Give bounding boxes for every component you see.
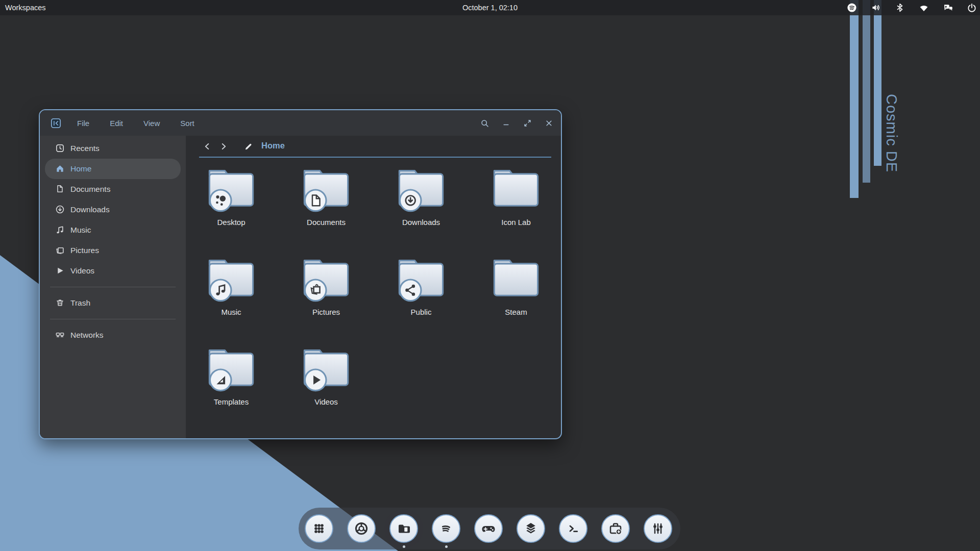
- back-button[interactable]: [201, 140, 213, 153]
- clock[interactable]: October 1, 02:10: [0, 0, 980, 15]
- sidebar-item-label: Trash: [70, 298, 90, 308]
- games-icon: [474, 514, 503, 543]
- folder-label: Desktop: [217, 218, 245, 227]
- menu-view[interactable]: View: [143, 119, 160, 128]
- top-panel: Workspaces October 1, 02:10: [0, 0, 980, 15]
- folder-downloads[interactable]: Downloads: [385, 165, 457, 247]
- sidebar-item-recents[interactable]: Recents: [45, 138, 181, 159]
- wallpaper-stripe: [850, 0, 859, 198]
- sidebar-item-videos[interactable]: Videos: [45, 261, 181, 281]
- sidebar-item-label: Recents: [70, 144, 100, 153]
- sidebar-item-trash[interactable]: Trash: [45, 293, 181, 313]
- folder-documents[interactable]: Documents: [290, 165, 362, 247]
- folder-icon: [205, 345, 258, 395]
- dock-item-spotify[interactable]: [432, 514, 460, 543]
- sidebar-item-label: Networks: [70, 331, 104, 340]
- folder-label: Music: [221, 308, 241, 316]
- chromium-icon: [347, 514, 376, 543]
- breadcrumb[interactable]: Home: [261, 141, 285, 151]
- files-app-icon: [50, 117, 62, 129]
- folder-icon: [395, 255, 448, 305]
- home-icon: [55, 164, 65, 174]
- sidebar-item-pictures[interactable]: Pictures: [45, 240, 181, 261]
- wallpaper-stripe: [874, 0, 881, 166]
- maximize-button[interactable]: [521, 117, 533, 129]
- terminal-icon: [559, 514, 587, 543]
- sidebar-item-music[interactable]: Music: [45, 220, 181, 240]
- dock-item-chromium[interactable]: [347, 514, 376, 543]
- sidebar-item-label: Videos: [70, 266, 94, 276]
- folder-music[interactable]: Music: [195, 255, 267, 337]
- folder-templates[interactable]: Templates: [195, 345, 267, 427]
- trash-icon: [55, 298, 65, 308]
- sidebar-item-downloads[interactable]: Downloads: [45, 199, 181, 220]
- sidebar-item-label: Downloads: [70, 205, 110, 214]
- document-icon: [55, 184, 65, 194]
- sidebar-item-label: Documents: [70, 185, 110, 194]
- power-icon[interactable]: [966, 2, 978, 14]
- notifications-icon[interactable]: [942, 2, 954, 14]
- download-icon: [55, 205, 65, 215]
- folder-pictures[interactable]: Pictures: [290, 255, 362, 337]
- wallpaper-stripe: [863, 0, 870, 183]
- videos-icon: [55, 266, 65, 276]
- folder-icon: [300, 345, 353, 395]
- sidebar-item-documents[interactable]: Documents: [45, 179, 181, 199]
- folder-label: Downloads: [402, 218, 440, 227]
- dock-item-store[interactable]: [601, 514, 630, 543]
- sidebar-item-networks[interactable]: Networks: [45, 325, 181, 345]
- settings-icon: [644, 514, 672, 543]
- bluetooth-icon[interactable]: [894, 2, 906, 14]
- dock-item-layers[interactable]: [517, 514, 545, 543]
- app-launcher-icon: [305, 514, 333, 543]
- wifi-icon[interactable]: [918, 2, 930, 14]
- spotify-icon[interactable]: [846, 2, 858, 14]
- dock-item-app-launcher[interactable]: [305, 514, 333, 543]
- sidebar-divider: [50, 319, 176, 319]
- dock-item-games[interactable]: [474, 514, 503, 543]
- dock-item-files[interactable]: [389, 514, 418, 543]
- menu-file[interactable]: File: [77, 119, 89, 128]
- folder-label: Videos: [314, 397, 338, 406]
- dock: [299, 508, 680, 549]
- folder-icon: [489, 255, 543, 305]
- layers-icon: [517, 514, 545, 543]
- folder-icon-lab[interactable]: Icon Lab: [480, 165, 552, 247]
- recents-icon: [55, 143, 65, 154]
- pictures-icon: [55, 245, 65, 256]
- folder-grid: Desktop Documents Downloads Icon Lab Mus…: [186, 158, 561, 438]
- sidebar-item-home[interactable]: Home: [45, 159, 181, 179]
- menu-sort[interactable]: Sort: [180, 119, 194, 128]
- files-icon: [389, 514, 418, 543]
- folder-label: Public: [411, 308, 432, 316]
- dock-item-settings[interactable]: [644, 514, 672, 543]
- sidebar-item-label: Home: [70, 164, 91, 173]
- music-icon: [55, 225, 65, 235]
- folder-label: Icon Lab: [501, 218, 531, 227]
- edit-location-button[interactable]: [242, 140, 254, 153]
- folder-desktop[interactable]: Desktop: [195, 165, 267, 247]
- sidebar-item-label: Pictures: [70, 246, 99, 255]
- folder-steam[interactable]: Steam: [480, 255, 552, 337]
- minimize-button[interactable]: [500, 117, 512, 129]
- folder-icon: [205, 165, 258, 215]
- networks-icon: [55, 330, 65, 340]
- search-button[interactable]: [478, 117, 491, 129]
- folder-public[interactable]: Public: [385, 255, 457, 337]
- folder-videos[interactable]: Videos: [290, 345, 362, 427]
- spotify-icon: [432, 514, 460, 543]
- files-window: FileEditViewSort RecentsHomeDocumentsDow…: [39, 109, 562, 439]
- forward-button[interactable]: [217, 140, 230, 153]
- sidebar-item-label: Music: [70, 226, 91, 235]
- store-icon: [601, 514, 630, 543]
- menu-edit[interactable]: Edit: [110, 119, 123, 128]
- system-tray: [846, 0, 978, 15]
- titlebar[interactable]: FileEditViewSort: [40, 110, 561, 136]
- folder-icon: [205, 255, 258, 305]
- folder-icon: [489, 165, 543, 215]
- volume-icon[interactable]: [870, 2, 882, 14]
- close-button[interactable]: [543, 117, 555, 129]
- dock-item-terminal[interactable]: [559, 514, 587, 543]
- breadcrumb-bar: Home: [186, 136, 561, 157]
- desktop: Cosmic DE Workspaces October 1, 02:10 Fi…: [0, 0, 980, 551]
